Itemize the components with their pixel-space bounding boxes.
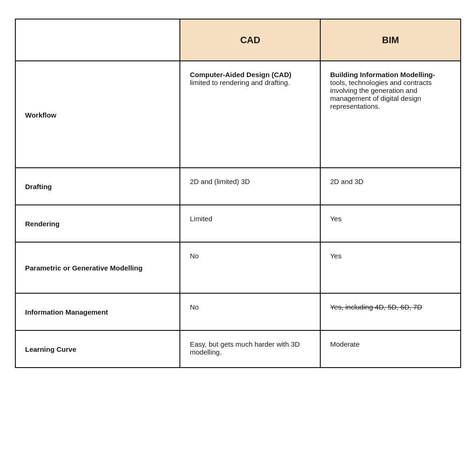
parametric-cad-value: No — [180, 242, 320, 293]
rendering-bim-value: Yes — [320, 205, 461, 242]
parametric-bim-value: Yes — [320, 242, 461, 293]
workflow-cad-bold: Computer-Aided Design (CAD) — [190, 71, 291, 79]
table-row: Workflow Computer-Aided Design (CAD) lim… — [15, 61, 461, 168]
table-row: Rendering Limited Yes — [15, 205, 461, 242]
table-row: Parametric or Generative Modelling No Ye… — [15, 242, 461, 293]
header-bim: BIM — [320, 19, 461, 61]
workflow-label: Workflow — [15, 61, 180, 168]
information-bim-strikethrough: Yes, including 4D, 5D, 6D, 7D — [330, 303, 422, 311]
workflow-bim-rest: tools, technologies and contracts involv… — [330, 79, 431, 110]
information-label: Information Management — [15, 293, 180, 330]
parametric-label: Parametric or Generative Modelling — [15, 242, 180, 293]
drafting-label: Drafting — [15, 168, 180, 205]
rendering-cad-value: Limited — [180, 205, 320, 242]
information-cad-value: No — [180, 293, 320, 330]
header-label-col — [15, 19, 180, 61]
workflow-cad-rest: limited to rendering and drafting. — [190, 79, 290, 86]
header-cad: CAD — [180, 19, 320, 61]
comparison-table-container: CAD BIM Workflow Computer-Aided Design (… — [15, 19, 461, 368]
table-row: Learning Curve Easy, but gets much harde… — [15, 330, 461, 368]
information-bim-value: Yes, including 4D, 5D, 6D, 7D — [320, 293, 461, 330]
workflow-cad-value: Computer-Aided Design (CAD) limited to r… — [180, 61, 320, 168]
table-row: Drafting 2D and (limited) 3D 2D and 3D — [15, 168, 461, 205]
header-row: CAD BIM — [15, 19, 461, 61]
learning-label: Learning Curve — [15, 330, 180, 368]
drafting-bim-value: 2D and 3D — [320, 168, 461, 205]
table-row: Information Management No Yes, including… — [15, 293, 461, 330]
drafting-cad-value: 2D and (limited) 3D — [180, 168, 320, 205]
workflow-bim-value: Building Information Modelling- tools, t… — [320, 61, 461, 168]
learning-bim-value: Moderate — [320, 330, 461, 368]
comparison-table: CAD BIM Workflow Computer-Aided Design (… — [15, 19, 461, 368]
workflow-bim-bold: Building Information Modelling- — [330, 71, 435, 79]
learning-cad-value: Easy, but gets much harder with 3D model… — [180, 330, 320, 368]
rendering-label: Rendering — [15, 205, 180, 242]
